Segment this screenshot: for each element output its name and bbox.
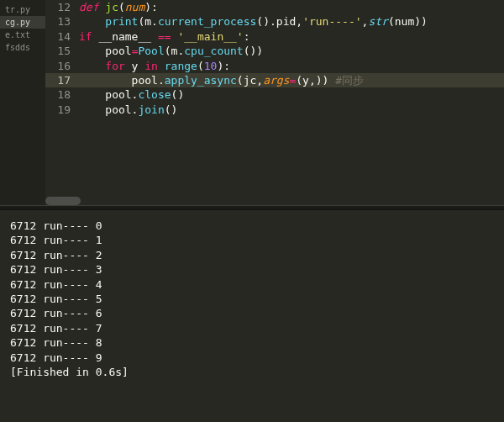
code-line[interactable]: pool.close() bbox=[79, 87, 504, 102]
output-console[interactable]: 6712 run---- 0 6712 run---- 1 6712 run--… bbox=[0, 210, 504, 422]
code-line[interactable]: pool=Pool(m.cpu_count()) bbox=[79, 44, 504, 58]
code-line[interactable]: pool.join() bbox=[79, 103, 504, 117]
code-editor[interactable]: 1213141516171819 def jc(num): print(m.cu… bbox=[45, 0, 504, 205]
sidebar-file[interactable]: fsdds bbox=[0, 41, 45, 54]
code-line[interactable]: pool.apply_async(jc,args=(y,)) #同步 bbox=[79, 73, 504, 87]
line-gutter: 1213141516171819 bbox=[45, 0, 79, 205]
scrollbar-thumb[interactable] bbox=[45, 197, 81, 205]
code-line[interactable]: for y in range(10): bbox=[79, 59, 504, 73]
editor-pane: tr.pycg.pye.txtfsdds 1213141516171819 de… bbox=[0, 0, 504, 205]
line-number: 12 bbox=[45, 0, 79, 14]
line-number: 18 bbox=[45, 87, 79, 102]
horizontal-scrollbar[interactable] bbox=[45, 197, 504, 205]
code-area[interactable]: def jc(num): print(m.current_process().p… bbox=[79, 0, 504, 205]
sidebar-file[interactable]: e.txt bbox=[0, 29, 45, 41]
open-files-sidebar: tr.pycg.pye.txtfsdds bbox=[0, 0, 45, 205]
line-number: 16 bbox=[45, 59, 79, 73]
line-number: 15 bbox=[45, 44, 79, 58]
code-line[interactable]: def jc(num): bbox=[79, 0, 504, 14]
code-line[interactable]: if __name__ == '__main__': bbox=[79, 29, 504, 44]
line-number: 17 bbox=[45, 73, 79, 87]
code-line[interactable]: print(m.current_process().pid,'run----',… bbox=[79, 14, 504, 29]
line-number: 19 bbox=[45, 103, 79, 117]
line-number: 14 bbox=[45, 29, 79, 44]
app-root: tr.pycg.pye.txtfsdds 1213141516171819 de… bbox=[0, 0, 504, 422]
sidebar-file[interactable]: tr.py bbox=[0, 3, 45, 16]
line-number: 13 bbox=[45, 14, 79, 29]
sidebar-file[interactable]: cg.py bbox=[0, 16, 45, 29]
